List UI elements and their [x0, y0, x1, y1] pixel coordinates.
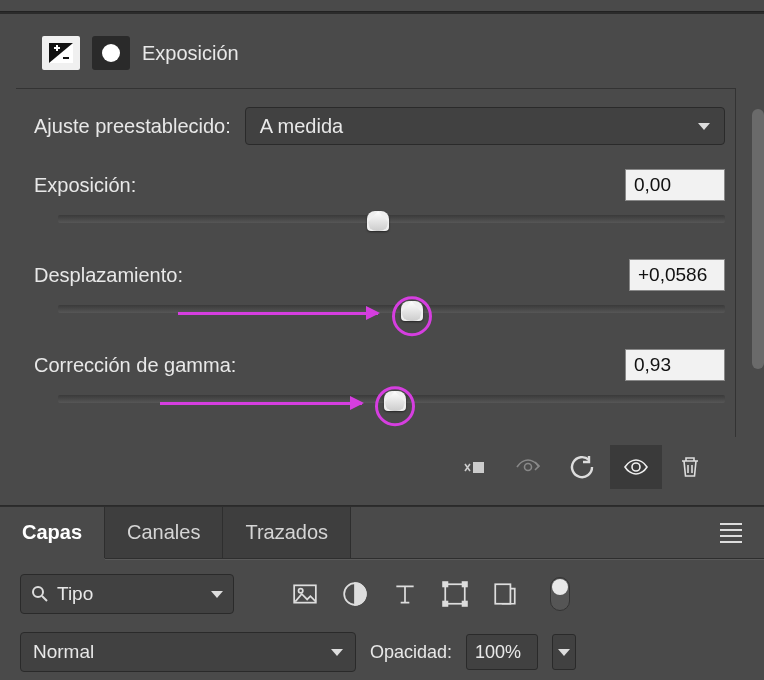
- filter-shape-icon[interactable]: [442, 581, 468, 607]
- layer-mask-icon: [92, 36, 130, 70]
- layer-filter-kind-select[interactable]: Tipo: [20, 574, 234, 614]
- delete-button[interactable]: [664, 445, 716, 489]
- svg-point-1: [102, 44, 120, 62]
- exposure-input[interactable]: [625, 169, 725, 201]
- filter-smartobject-icon[interactable]: [492, 581, 518, 607]
- svg-rect-13: [463, 602, 467, 606]
- svg-rect-2: [473, 462, 484, 473]
- filter-pixel-icon[interactable]: [292, 581, 318, 607]
- filter-toggle[interactable]: [550, 577, 570, 611]
- kind-label: Tipo: [57, 583, 93, 605]
- gamma-label: Corrección de gamma:: [34, 354, 236, 377]
- panel-tabs: Capas Canales Trazados: [0, 506, 764, 559]
- top-tab-strip: [0, 0, 764, 12]
- tab-channels[interactable]: Canales: [105, 507, 223, 558]
- annotation-circle: [375, 386, 415, 426]
- preset-select[interactable]: A medida: [245, 107, 725, 145]
- blend-mode-value: Normal: [33, 641, 94, 663]
- svg-point-3: [525, 464, 532, 471]
- svg-point-5: [33, 587, 43, 597]
- svg-rect-12: [443, 602, 447, 606]
- chevron-down-icon: [698, 123, 710, 130]
- opacity-input[interactable]: 100%: [466, 634, 538, 670]
- filter-adjustment-icon[interactable]: [342, 581, 368, 607]
- exposure-adjustment-icon: [42, 36, 80, 70]
- chevron-down-icon: [211, 591, 223, 598]
- offset-slider[interactable]: [58, 305, 725, 343]
- exposure-slider[interactable]: [58, 215, 725, 253]
- gamma-input[interactable]: [625, 349, 725, 381]
- gamma-slider[interactable]: [58, 395, 725, 433]
- scrollbar[interactable]: [752, 109, 764, 369]
- annotation-arrow: [178, 312, 378, 315]
- offset-label: Desplazamiento:: [34, 264, 183, 287]
- offset-input[interactable]: [629, 259, 725, 291]
- visibility-toggle-button[interactable]: [610, 445, 662, 489]
- svg-point-4: [632, 463, 640, 471]
- chevron-down-icon: [331, 649, 343, 656]
- clip-to-layer-button[interactable]: [448, 445, 500, 489]
- panel-menu-button[interactable]: [712, 515, 750, 551]
- preset-label: Ajuste preestablecido:: [34, 115, 231, 138]
- panel-title: Exposición: [142, 42, 239, 65]
- tab-layers[interactable]: Capas: [0, 507, 105, 558]
- svg-rect-14: [495, 584, 510, 604]
- svg-rect-11: [463, 582, 467, 586]
- svg-point-7: [299, 589, 303, 593]
- annotation-arrow: [160, 402, 362, 405]
- blend-mode-select[interactable]: Normal: [20, 632, 356, 672]
- opacity-label: Opacidad:: [370, 642, 452, 663]
- annotation-circle: [392, 296, 432, 336]
- slider-thumb[interactable]: [367, 211, 389, 231]
- search-icon: [31, 585, 49, 603]
- tab-paths[interactable]: Trazados: [223, 507, 351, 558]
- view-previous-button[interactable]: [502, 445, 554, 489]
- reset-button[interactable]: [556, 445, 608, 489]
- opacity-flyout-button[interactable]: [552, 634, 576, 670]
- layers-panel: Capas Canales Trazados Tipo Normal: [0, 506, 764, 680]
- preset-value: A medida: [260, 115, 343, 138]
- svg-rect-10: [443, 582, 447, 586]
- exposure-label: Exposición:: [34, 174, 136, 197]
- exposure-panel: Exposición Ajuste preestablecido: A medi…: [0, 14, 764, 506]
- filter-type-icon[interactable]: [392, 581, 418, 607]
